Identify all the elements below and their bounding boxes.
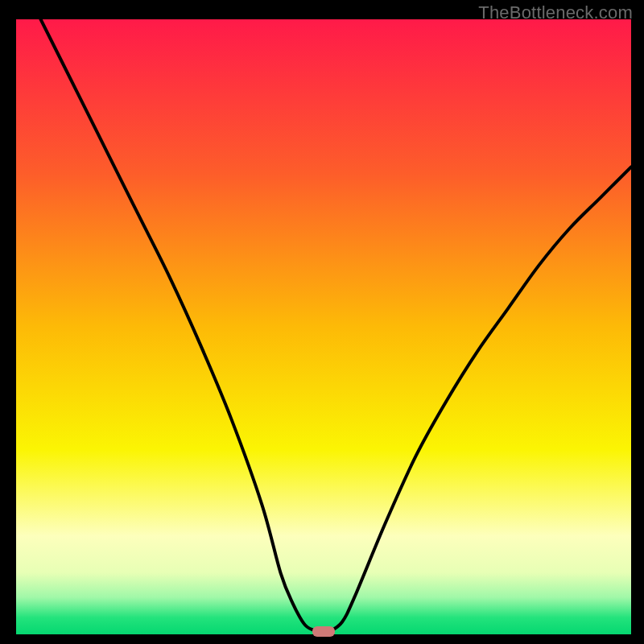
bottleneck-curve <box>16 19 631 634</box>
optimum-marker <box>312 626 335 637</box>
plot-area <box>16 19 631 634</box>
chart-frame <box>16 19 631 634</box>
watermark-text: TheBottleneck.com <box>478 2 633 23</box>
